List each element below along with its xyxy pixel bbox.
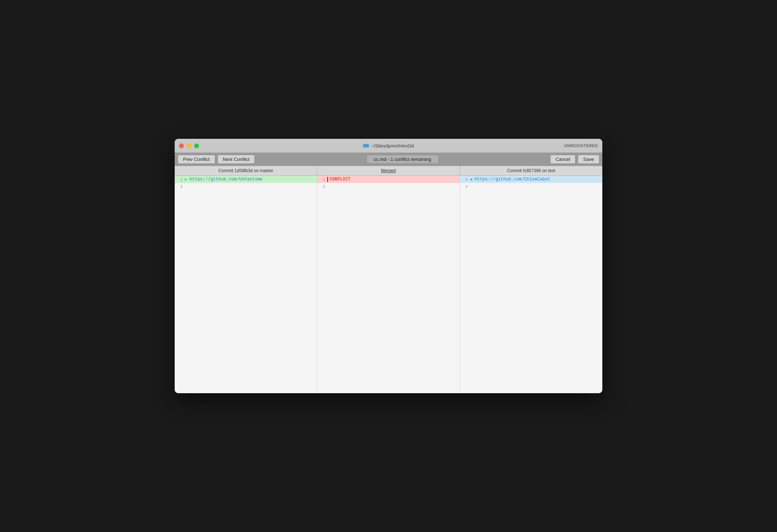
titlebar-path: ~/Sites/lpmn/IntroGit xyxy=(371,143,414,149)
left-pane: 1 ▶ https://github.com/UnFantome 2 xyxy=(175,176,317,393)
unregistered-badge: UNREGISTERED xyxy=(564,144,598,148)
middle-column-header: Merged xyxy=(317,166,460,175)
line-number: 2 xyxy=(175,184,185,189)
prev-conflict-button[interactable]: Prev Conflict xyxy=(178,155,215,164)
toolbar-center: cc.md - 1 conflict remaining xyxy=(257,155,548,164)
diff-area: 1 ▶ https://github.com/UnFantome 2 1 CON… xyxy=(175,176,602,393)
save-button[interactable]: Save xyxy=(578,155,599,164)
toolbar: Prev Conflict Next Conflict cc.md - 1 co… xyxy=(175,153,602,166)
line-number: 1 xyxy=(460,177,470,182)
table-row: 1 ◀ https://github.com/ChloeCabot xyxy=(460,176,602,183)
line-number: 1 xyxy=(317,177,327,182)
folder-icon xyxy=(363,144,369,147)
column-headers: Commit 1d58fb3d on master Merged Commit … xyxy=(175,166,602,176)
table-row: 2 xyxy=(460,183,602,190)
left-column-header: Commit 1d58fb3d on master xyxy=(175,166,317,175)
line-number: 2 xyxy=(317,184,327,189)
table-row: 2 xyxy=(175,183,317,190)
middle-pane: 1 CONFLICT 2 xyxy=(317,176,460,393)
line-number: 2 xyxy=(460,184,470,189)
table-row: 1 CONFLICT xyxy=(317,176,459,183)
left-arrow-icon: ◀ xyxy=(470,177,472,182)
toolbar-right: Cancel Save xyxy=(550,155,599,164)
titlebar: ~/Sites/lpmn/IntroGit UNREGISTERED xyxy=(175,139,602,153)
right-pane: 1 ◀ https://github.com/ChloeCabot 2 xyxy=(460,176,602,393)
table-row: 2 xyxy=(317,183,459,190)
file-info: cc.md - 1 conflict remaining xyxy=(366,155,439,164)
right-column-header: Commit fc857396 on test xyxy=(460,166,602,175)
cancel-button[interactable]: Cancel xyxy=(550,155,576,164)
right-line-content: https://github.com/ChloeCabot xyxy=(473,177,602,182)
app-window: ~/Sites/lpmn/IntroGit UNREGISTERED Prev … xyxy=(175,139,602,393)
traffic-lights xyxy=(179,144,199,148)
line-number: 1 xyxy=(175,177,185,182)
close-button[interactable] xyxy=(179,144,184,148)
table-row: 1 ▶ https://github.com/UnFantome xyxy=(175,176,317,183)
conflict-label: CONFLICT xyxy=(327,177,459,182)
next-conflict-button[interactable]: Next Conflict xyxy=(217,155,255,164)
minimize-button[interactable] xyxy=(187,144,191,148)
titlebar-center: ~/Sites/lpmn/IntroGit xyxy=(363,143,414,149)
right-arrow-icon: ▶ xyxy=(185,177,187,182)
left-line-content: https://github.com/UnFantome xyxy=(188,177,317,182)
maximize-button[interactable] xyxy=(194,144,199,148)
